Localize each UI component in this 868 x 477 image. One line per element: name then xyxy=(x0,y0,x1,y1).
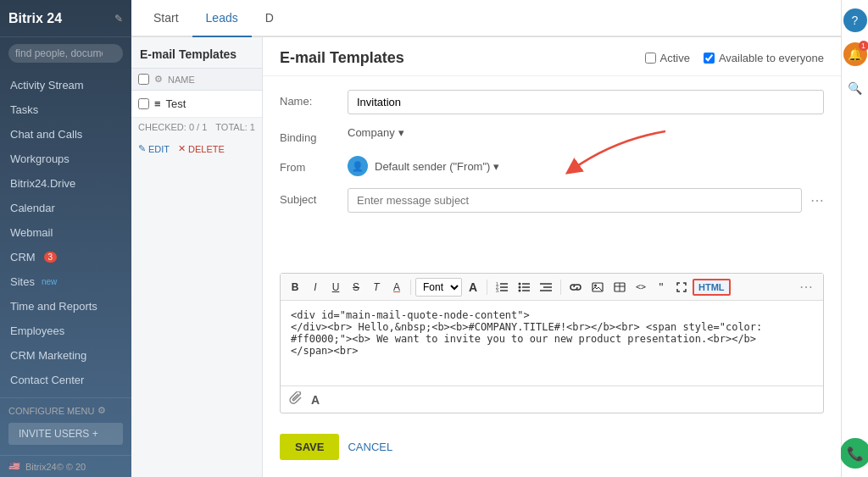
svg-point-11 xyxy=(519,289,521,291)
font-size-button[interactable]: A xyxy=(464,278,482,297)
save-button[interactable]: SAVE xyxy=(280,434,339,460)
quote-button[interactable]: " xyxy=(652,278,670,297)
active-label: Active xyxy=(660,52,690,64)
subject-more-icon[interactable]: ⋯ xyxy=(810,192,824,208)
editor-text: <div id="main-mail-quote-node-content"> … xyxy=(291,309,762,357)
chevron-down-icon: ▾ xyxy=(493,160,499,173)
sidebar-item-activity-stream[interactable]: Activity Stream xyxy=(0,73,131,97)
tab-start[interactable]: Start xyxy=(140,0,192,37)
subject-label: Subject xyxy=(280,188,339,206)
phone-button[interactable]: 📞 xyxy=(840,438,869,469)
invite-users-button[interactable]: INVITE USERS + xyxy=(8,423,123,445)
font-color-button[interactable]: A xyxy=(387,279,406,296)
select-all-checkbox[interactable] xyxy=(138,74,149,85)
configure-menu-btn[interactable]: CONFIGURE MENU ⚙ xyxy=(8,405,123,416)
detail-header: E-mail Templates Active Available to eve… xyxy=(263,37,841,76)
delete-icon: ✕ xyxy=(178,143,186,154)
code-button[interactable]: <> xyxy=(632,280,650,294)
list-item[interactable]: ≡ Test xyxy=(131,91,262,118)
active-checkbox-label[interactable]: Active xyxy=(645,52,690,64)
sidebar-item-label: CRM Marketing xyxy=(10,349,86,362)
settings-col-icon[interactable]: ⚙ xyxy=(154,74,163,85)
list-actions: ✎ EDIT ✕ DELETE xyxy=(131,136,262,161)
sidebar-item-crm[interactable]: CRM 3 xyxy=(0,245,131,269)
help-button[interactable]: ? xyxy=(843,8,867,32)
sidebar-item-workgroups[interactable]: Workgroups xyxy=(0,147,131,171)
toolbar-sep1 xyxy=(410,280,411,295)
sender-avatar: 👤 xyxy=(348,156,368,176)
fullscreen-button[interactable] xyxy=(672,280,691,295)
available-checkbox[interactable] xyxy=(704,53,715,64)
name-input[interactable] xyxy=(348,90,824,114)
sidebar-item-drive[interactable]: Bitrix24.Drive xyxy=(0,171,131,196)
subject-row: Subject ⋯ xyxy=(280,188,824,218)
from-row: From 👤 Default sender ("From") ▾ xyxy=(280,156,824,176)
html-button[interactable]: HTML xyxy=(693,279,731,296)
sidebar-item-tasks[interactable]: Tasks xyxy=(0,97,131,122)
search-input[interactable] xyxy=(8,44,123,63)
form-actions: SAVE CANCEL xyxy=(263,424,841,477)
sidebar-item-contact-center[interactable]: Contact Center xyxy=(0,368,131,392)
active-checkbox[interactable] xyxy=(645,53,656,64)
from-select-row: 👤 Default sender ("From") ▾ xyxy=(348,156,824,176)
flag-icon: 🇺🇸 xyxy=(8,461,20,472)
available-checkbox-label[interactable]: Available to everyone xyxy=(704,52,824,64)
strikethrough-button[interactable]: S xyxy=(347,279,365,296)
tab-d[interactable]: D xyxy=(252,0,287,37)
sidebar-item-sites[interactable]: Sites new xyxy=(0,269,131,294)
sidebar-item-calendar[interactable]: Calendar xyxy=(0,196,131,220)
sidebar-footer: CONFIGURE MENU ⚙ INVITE USERS + xyxy=(0,397,131,455)
subject-input[interactable] xyxy=(348,188,802,213)
search-button[interactable]: 🔍 xyxy=(843,76,867,100)
sidebar-item-label: Webmail xyxy=(10,226,53,239)
bold-button[interactable]: B xyxy=(286,279,304,296)
sidebar-item-time-reports[interactable]: Time and Reports xyxy=(0,294,131,319)
toolbar-more-icon[interactable]: ⋯ xyxy=(794,277,818,297)
sidebar-item-label: Time and Reports xyxy=(10,300,97,313)
edit-button[interactable]: ✎ EDIT xyxy=(138,143,170,154)
font-color-footer-btn[interactable]: A xyxy=(311,393,320,407)
binding-select[interactable]: Company ▾ xyxy=(348,126,824,139)
indent-button[interactable] xyxy=(536,280,556,295)
svg-text:3.: 3. xyxy=(496,288,499,292)
delete-button[interactable]: ✕ DELETE xyxy=(178,143,225,154)
sidebar-item-chat-calls[interactable]: Chat and Calls xyxy=(0,122,131,147)
sidebar-item-label: CRM xyxy=(10,251,36,263)
svg-point-10 xyxy=(519,286,521,288)
sites-new-badge: new xyxy=(42,277,57,286)
sidebar-nav: Activity Stream Tasks Chat and Calls Wor… xyxy=(0,69,131,397)
font-select[interactable]: Font xyxy=(415,278,462,297)
tab-leads[interactable]: Leads xyxy=(192,0,252,37)
svg-point-16 xyxy=(594,284,597,286)
unordered-list-button[interactable] xyxy=(514,280,534,295)
underline-button[interactable]: U xyxy=(326,279,345,296)
edit-icon[interactable]: ✎ xyxy=(114,13,123,25)
detail-header-controls: Active Available to everyone xyxy=(645,52,824,64)
image-button[interactable] xyxy=(587,280,608,295)
table-button[interactable] xyxy=(609,280,630,295)
total-count: TOTAL: 1 xyxy=(215,122,255,132)
editor-content[interactable]: <div id="main-mail-quote-node-content"> … xyxy=(281,301,823,385)
row-checkbox[interactable] xyxy=(138,98,149,109)
sidebar-item-label: Workgroups xyxy=(10,153,70,165)
cancel-button[interactable]: CANCEL xyxy=(348,441,392,453)
italic2-button[interactable]: T xyxy=(367,279,386,296)
sidebar-item-label: Chat and Calls xyxy=(10,128,82,141)
flag-area: 🇺🇸 Bitrix24© © 20 xyxy=(0,455,131,477)
attach-file-icon[interactable] xyxy=(289,391,303,408)
settings-icon: ⚙ xyxy=(97,405,106,416)
bitrix24-version: Bitrix24© © 20 xyxy=(25,462,86,472)
form-body: Name: Binding Company ▾ xyxy=(263,76,841,273)
sidebar-item-webmail[interactable]: Webmail xyxy=(0,220,131,245)
editor-toolbar: B I U S T A Font A 1.2.3. xyxy=(281,274,823,301)
notification-button[interactable]: 🔔 1 xyxy=(843,42,867,66)
link-button[interactable] xyxy=(565,280,586,294)
right-icons-panel: ? 🔔 1 🔍 📞 xyxy=(841,0,868,477)
italic-button[interactable]: I xyxy=(306,279,325,296)
sidebar-item-employees[interactable]: Employees xyxy=(0,319,131,343)
ordered-list-button[interactable]: 1.2.3. xyxy=(492,280,512,295)
checked-count: CHECKED: 0 / 1 xyxy=(138,122,207,132)
row-drag-icon: ≡ xyxy=(154,97,161,110)
from-select[interactable]: Default sender ("From") ▾ xyxy=(375,160,499,173)
sidebar-item-crm-marketing[interactable]: CRM Marketing xyxy=(0,343,131,368)
